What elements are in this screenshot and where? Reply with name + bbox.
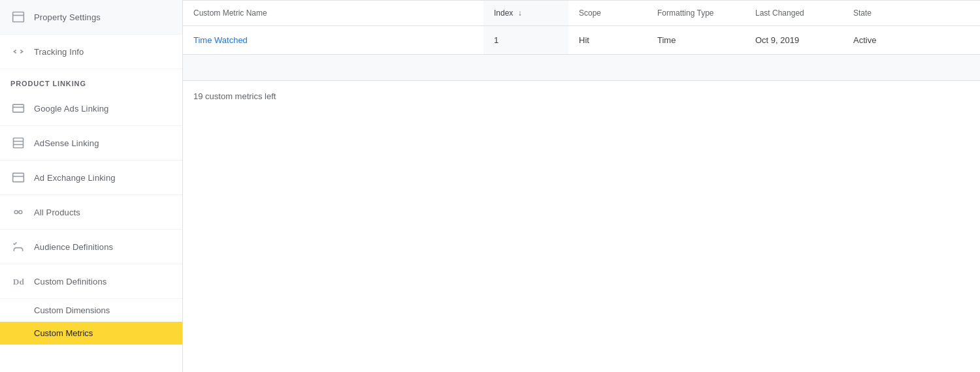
audience-icon — [10, 239, 26, 255]
sidebar-subitem-label: Custom Dimensions — [34, 305, 110, 315]
empty-row — [183, 55, 980, 81]
sidebar-item-tracking-info[interactable]: Tracking Info — [0, 35, 182, 69]
metric-name-link[interactable]: Time Watched — [193, 35, 248, 45]
main-content: Custom Metric Name Index ↓ Scope Formatt… — [183, 0, 980, 372]
table-body: Time Watched 1 Hit Time Oct 9, 2019 Acti… — [183, 26, 980, 81]
sidebar-item-label: Property Settings — [34, 12, 172, 22]
metric-format-cell: Time — [647, 26, 745, 55]
metrics-table: Custom Metric Name Index ↓ Scope Formatt… — [183, 0, 980, 81]
sidebar-item-label: Google Ads Linking — [34, 104, 172, 114]
svg-point-10 — [19, 211, 22, 214]
sort-descending-icon: ↓ — [518, 8, 522, 18]
sidebar-item-label: Tracking Info — [34, 47, 172, 57]
svg-text:Dd: Dd — [13, 277, 25, 287]
sidebar-item-label: All Products — [34, 208, 172, 217]
table-header: Custom Metric Name Index ↓ Scope Formatt… — [183, 1, 980, 26]
sidebar-item-label: AdSense Linking — [34, 138, 172, 148]
column-header-formatting-type: Formatting Type — [647, 1, 745, 26]
svg-point-9 — [14, 211, 18, 214]
product-linking-label: PRODUCT LINKING — [0, 69, 182, 91]
sidebar: Property Settings Tracking Info PRODUCT … — [0, 0, 183, 372]
sidebar-item-label: Custom Definitions — [34, 277, 172, 287]
sidebar-item-label: Audience Definitions — [34, 242, 172, 252]
sidebar-item-label: Ad Exchange Linking — [34, 173, 172, 183]
metric-state-cell: Active — [843, 26, 980, 55]
svg-rect-4 — [14, 138, 24, 148]
column-header-name: Custom Metric Name — [183, 1, 483, 26]
table-row: Time Watched 1 Hit Time Oct 9, 2019 Acti… — [183, 26, 980, 55]
adexchange-icon — [10, 170, 26, 185]
sidebar-item-adsense[interactable]: AdSense Linking — [0, 126, 182, 161]
svg-rect-2 — [13, 104, 24, 112]
metric-index-cell: 1 — [483, 26, 568, 55]
sidebar-item-custom-definitions[interactable]: Dd Custom Definitions — [0, 264, 182, 299]
sidebar-subitem-custom-dimensions[interactable]: Custom Dimensions — [0, 299, 182, 322]
metric-name-cell: Time Watched — [183, 26, 483, 55]
metric-last-changed-cell: Oct 9, 2019 — [745, 26, 843, 55]
column-header-last-changed: Last Changed — [745, 1, 843, 26]
sidebar-item-property-settings[interactable]: Property Settings — [0, 0, 182, 35]
metric-scope-cell: Hit — [568, 26, 647, 55]
custom-def-icon: Dd — [10, 273, 26, 289]
sidebar-item-audience-definitions[interactable]: Audience Definitions — [0, 230, 182, 264]
custom-metrics-table: Custom Metric Name Index ↓ Scope Formatt… — [183, 0, 980, 81]
sidebar-subitem-label: Custom Metrics — [34, 328, 93, 338]
link-icon — [10, 204, 26, 220]
code-icon — [10, 44, 26, 59]
svg-rect-7 — [13, 173, 24, 181]
sidebar-item-google-ads[interactable]: Google Ads Linking — [0, 91, 182, 126]
column-header-state: State — [843, 1, 980, 26]
ads-icon — [10, 101, 26, 116]
settings-icon — [10, 9, 26, 25]
column-header-scope: Scope — [568, 1, 647, 26]
svg-rect-0 — [13, 12, 24, 22]
sidebar-item-ad-exchange[interactable]: Ad Exchange Linking — [0, 161, 182, 195]
sidebar-subitem-custom-metrics[interactable]: Custom Metrics — [0, 322, 182, 345]
metrics-left-label: 19 custom metrics left — [183, 81, 980, 112]
adsense-icon — [10, 135, 26, 151]
column-header-index[interactable]: Index ↓ — [483, 1, 568, 26]
sidebar-item-all-products[interactable]: All Products — [0, 195, 182, 230]
